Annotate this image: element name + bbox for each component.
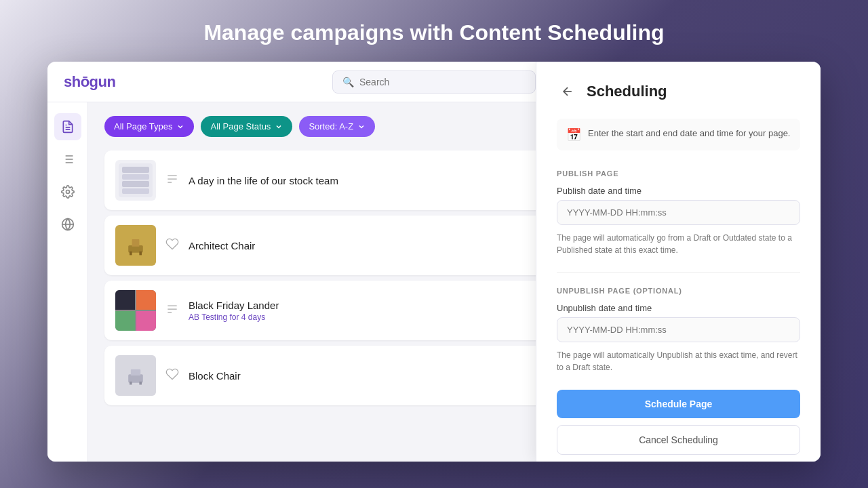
page-type-icon — [165, 367, 179, 384]
search-icon: 🔍 — [342, 77, 354, 87]
page-subtitle: AB Testing for 4 days — [189, 312, 567, 322]
sidebar — [47, 102, 88, 462]
schedule-page-button[interactable]: Schedule Page — [557, 390, 800, 418]
panel-info-text: Enter the start and end date and time fo… — [588, 127, 790, 140]
panel-info-row: 📅 Enter the start and end date and time … — [557, 119, 800, 150]
svg-point-8 — [66, 190, 69, 194]
search-input[interactable] — [359, 77, 526, 87]
calendar-icon: 📅 — [566, 127, 581, 142]
page-type-icon — [165, 302, 179, 319]
svg-rect-16 — [131, 369, 140, 375]
logo: shōgun — [64, 73, 115, 91]
publish-section-label: PUBLISH PAGE — [557, 169, 800, 178]
svg-rect-13 — [130, 251, 132, 255]
sorted-filter[interactable]: Sorted: A-Z — [299, 116, 375, 137]
hero-title: Manage campaigns with Content Scheduling — [203, 20, 664, 45]
page-thumbnail — [115, 290, 156, 331]
cancel-scheduling-button[interactable]: Cancel Scheduling — [557, 425, 800, 455]
page-title: Black Friday Lander — [189, 300, 567, 311]
unpublish-section-label: UNPUBLISH PAGE (OPTIONAL) — [557, 287, 800, 295]
page-title: Block Chair — [189, 370, 595, 382]
search-bar[interactable]: 🔍 — [332, 70, 536, 94]
unpublish-datetime-input[interactable] — [557, 317, 800, 342]
all-page-types-filter[interactable]: All Page Types — [104, 116, 194, 137]
unpublish-hint: The page will automatically Unpublish at… — [557, 349, 800, 373]
all-page-status-filter[interactable]: All Page Status — [201, 116, 292, 137]
page-thumbnail — [115, 225, 156, 266]
divider — [557, 272, 800, 273]
svg-rect-12 — [132, 239, 140, 247]
unpublish-section: UNPUBLISH PAGE (OPTIONAL) Unpublish date… — [557, 287, 800, 373]
svg-rect-17 — [130, 382, 132, 385]
scheduling-panel: Scheduling 📅 Enter the start and end dat… — [536, 102, 821, 462]
unpublish-date-label: Unpublish date and time — [557, 303, 800, 313]
publish-date-label: Publish date and time — [557, 186, 800, 196]
page-info: Black Friday Lander AB Testing for 4 day… — [189, 300, 567, 322]
sidebar-item-pages[interactable] — [54, 113, 81, 140]
main-layout: All Page Types All Page Status Sorted: A… — [47, 102, 821, 462]
publish-datetime-input[interactable] — [557, 200, 800, 225]
app-window: shōgun 🔍 Gina Johnson GJ — [47, 62, 821, 462]
svg-rect-14 — [139, 251, 142, 255]
publish-section: PUBLISH PAGE Publish date and time The p… — [557, 169, 800, 256]
publish-hint: The page will automatically go from a Dr… — [557, 232, 800, 256]
page-type-icon — [165, 237, 179, 254]
sidebar-item-list[interactable] — [54, 146, 81, 173]
page-thumbnail — [115, 355, 156, 396]
page-thumbnail — [115, 160, 156, 201]
sidebar-item-globe[interactable] — [54, 211, 81, 238]
svg-rect-18 — [139, 382, 142, 385]
page-info: Block Chair — [189, 370, 595, 382]
sidebar-item-settings[interactable] — [54, 178, 81, 205]
page-type-icon — [165, 172, 179, 189]
svg-rect-15 — [128, 374, 143, 383]
